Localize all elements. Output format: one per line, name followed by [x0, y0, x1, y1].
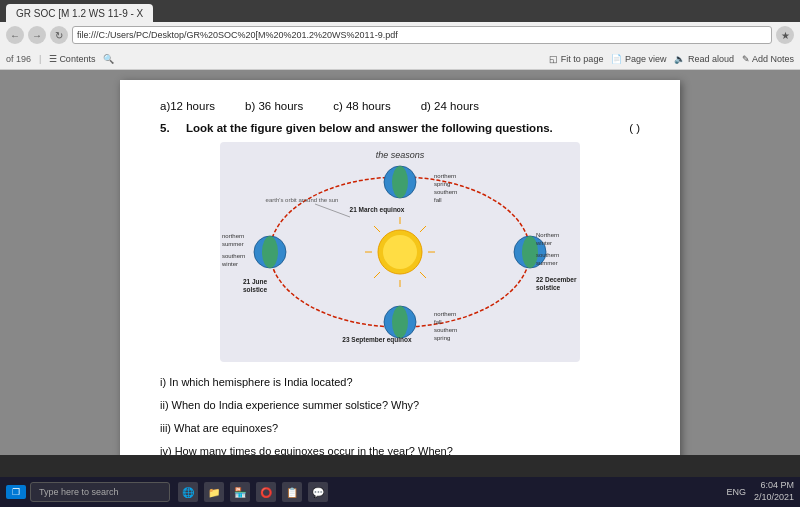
- svg-text:solstice: solstice: [243, 286, 268, 293]
- pdf-area: a)12 hours b) 36 hours c) 48 hours d) 24…: [0, 70, 800, 455]
- taskbar-app2-icon[interactable]: 💬: [308, 482, 328, 502]
- choice-b: b) 36 hours: [245, 100, 303, 112]
- address-text: file:///C:/Users/PC/Desktop/GR%20SOC%20[…: [77, 30, 398, 40]
- taskbar-folder-icon[interactable]: 📁: [204, 482, 224, 502]
- taskbar-time: 6:04 PM 2/10/2021: [754, 480, 794, 503]
- svg-text:summer: summer: [536, 260, 558, 266]
- svg-text:21 June: 21 June: [243, 278, 268, 285]
- svg-text:spring: spring: [434, 181, 450, 187]
- taskbar-language: ENG: [726, 487, 746, 497]
- taskbar-store-icon[interactable]: 🏪: [230, 482, 250, 502]
- sub-questions: i) In which hemisphere is India located?…: [160, 372, 640, 455]
- toolbar-row: of 196 | ☰ Contents 🔍 ◱ Fit to page 📄 Pa…: [0, 48, 800, 70]
- svg-point-35: [392, 306, 408, 338]
- svg-text:winter: winter: [535, 240, 552, 246]
- svg-text:fall: fall: [434, 197, 442, 203]
- question-text: Look at the figure given below and answe…: [186, 122, 621, 134]
- back-button[interactable]: ←: [6, 26, 24, 44]
- svg-text:southern: southern: [434, 189, 457, 195]
- forward-button[interactable]: →: [28, 26, 46, 44]
- svg-text:solstice: solstice: [536, 284, 561, 291]
- active-tab[interactable]: GR SOC [M 1.2 WS 11-9 - X: [6, 4, 153, 22]
- question-row: 5. Look at the figure given below and an…: [160, 122, 640, 134]
- svg-text:northern: northern: [222, 233, 244, 239]
- taskbar-ie-icon[interactable]: 🌐: [178, 482, 198, 502]
- page-view-button[interactable]: 📄 Page view: [611, 54, 666, 64]
- fit-to-page-button[interactable]: ◱ Fit to page: [549, 54, 603, 64]
- svg-text:the seasons: the seasons: [376, 150, 425, 160]
- sub-question-1: i) In which hemisphere is India located?: [160, 372, 640, 393]
- svg-text:22 December: 22 December: [536, 276, 577, 283]
- tab-label: GR SOC [M 1.2 WS 11-9 - X: [16, 8, 143, 19]
- diagram-container: the seasons earth's orbit around the sun: [160, 142, 640, 362]
- svg-text:winter: winter: [221, 261, 238, 267]
- svg-text:summer: summer: [222, 241, 244, 247]
- taskbar-right: ENG 6:04 PM 2/10/2021: [726, 480, 794, 503]
- sub-question-3: iii) What are equinoxes?: [160, 418, 640, 439]
- refresh-button[interactable]: ↻: [50, 26, 68, 44]
- date-display: 2/10/2021: [754, 492, 794, 504]
- answer-choices: a)12 hours b) 36 hours c) 48 hours d) 24…: [160, 100, 640, 112]
- sub-question-2: ii) When do India experience summer sols…: [160, 395, 640, 416]
- svg-point-10: [383, 235, 417, 269]
- add-notes-button[interactable]: ✎ Add Notes: [742, 54, 794, 64]
- svg-text:northern: northern: [434, 311, 456, 317]
- question-marks: ( ): [629, 122, 640, 134]
- svg-text:23 September equinox: 23 September equinox: [342, 336, 412, 344]
- svg-text:earth's orbit around the sun: earth's orbit around the sun: [266, 197, 339, 203]
- svg-text:southern: southern: [434, 327, 457, 333]
- question-number: 5.: [160, 122, 178, 134]
- time-display: 6:04 PM: [754, 480, 794, 492]
- tab-bar: GR SOC [M 1.2 WS 11-9 - X: [0, 0, 800, 22]
- taskbar-app1-icon[interactable]: 📋: [282, 482, 302, 502]
- star-button[interactable]: ★: [776, 26, 794, 44]
- start-button[interactable]: ❐: [6, 485, 26, 499]
- svg-text:southern: southern: [222, 253, 245, 259]
- address-bar-row: ← → ↻ file:///C:/Users/PC/Desktop/GR%20S…: [0, 22, 800, 48]
- seasons-diagram: the seasons earth's orbit around the sun: [220, 142, 580, 362]
- page-count: of 196: [6, 54, 31, 64]
- choice-a: a)12 hours: [160, 100, 215, 112]
- svg-text:21 March equinox: 21 March equinox: [350, 206, 405, 214]
- pdf-page: a)12 hours b) 36 hours c) 48 hours d) 24…: [120, 80, 680, 455]
- taskbar: ❐ Type here to search 🌐 📁 🏪 ⭕ 📋 💬 ENG 6:…: [0, 477, 800, 507]
- svg-text:southern: southern: [536, 252, 559, 258]
- svg-text:Northern: Northern: [536, 232, 559, 238]
- search-placeholder: Type here to search: [39, 487, 119, 497]
- svg-text:northern: northern: [434, 173, 456, 179]
- svg-point-42: [262, 236, 278, 268]
- taskbar-icons: 🌐 📁 🏪 ⭕ 📋 💬: [178, 482, 328, 502]
- sub-question-4: iv) How many times do equinoxes occur in…: [160, 441, 640, 455]
- choice-d: d) 24 hours: [421, 100, 479, 112]
- read-aloud-button[interactable]: 🔈 Read aloud: [674, 54, 734, 64]
- svg-text:fall: fall: [434, 319, 442, 325]
- svg-text:spring: spring: [434, 335, 450, 341]
- search-bar[interactable]: Type here to search: [30, 482, 170, 502]
- taskbar-chrome-icon[interactable]: ⭕: [256, 482, 276, 502]
- svg-point-20: [392, 166, 408, 198]
- choice-c: c) 48 hours: [333, 100, 391, 112]
- contents-button[interactable]: ☰ Contents: [49, 54, 95, 64]
- address-input[interactable]: file:///C:/Users/PC/Desktop/GR%20SOC%20[…: [72, 26, 772, 44]
